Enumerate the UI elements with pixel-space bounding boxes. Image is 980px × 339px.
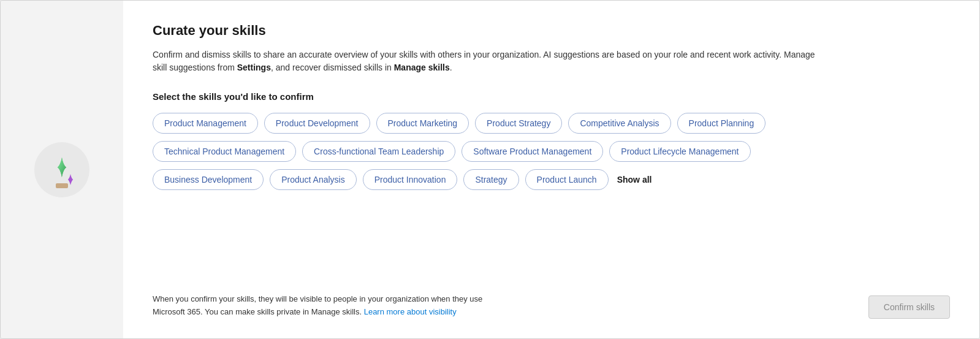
page-title: Curate your skills xyxy=(153,23,950,39)
skill-tag-strategy[interactable]: Strategy xyxy=(463,169,518,190)
card-container: Curate your skills Confirm and dismiss s… xyxy=(0,0,980,339)
footer-section: When you confirm your skills, they will … xyxy=(153,288,950,319)
skill-tag-product-development[interactable]: Product Development xyxy=(264,113,370,134)
sidebar xyxy=(1,1,123,338)
footer-text: When you confirm your skills, they will … xyxy=(153,293,482,319)
skill-tag-cross-functional-team-leadership[interactable]: Cross-functional Team Leadership xyxy=(302,141,455,162)
skills-grid: Product Management Product Development P… xyxy=(153,113,950,190)
description-end: . xyxy=(450,63,452,72)
footer-line1: When you confirm your skills, they will … xyxy=(153,294,482,303)
skill-tag-product-marketing[interactable]: Product Marketing xyxy=(376,113,469,134)
ai-icon xyxy=(44,151,80,188)
skills-row-1: Product Management Product Development P… xyxy=(153,113,950,134)
settings-link[interactable]: Settings xyxy=(237,63,271,72)
confirm-skills-button[interactable]: Confirm skills xyxy=(868,295,950,319)
skill-tag-product-strategy[interactable]: Product Strategy xyxy=(475,113,562,134)
learn-more-link[interactable]: Learn more about visibility xyxy=(364,307,457,316)
skill-tag-product-lifecycle-management[interactable]: Product Lifecycle Management xyxy=(609,141,750,162)
footer-line2: Microsoft 365. You can make skills priva… xyxy=(153,307,457,316)
description-part2: , and recover dismissed skills in xyxy=(271,63,394,72)
skill-tag-competitive-analysis[interactable]: Competitive Analysis xyxy=(568,113,670,134)
skill-tag-software-product-management[interactable]: Software Product Management xyxy=(462,141,603,162)
skill-tag-product-analysis[interactable]: Product Analysis xyxy=(270,169,357,190)
manage-skills-link[interactable]: Manage skills xyxy=(394,63,450,72)
skill-tag-product-management[interactable]: Product Management xyxy=(153,113,258,134)
skill-tag-product-innovation[interactable]: Product Innovation xyxy=(363,169,458,190)
skill-tag-product-planning[interactable]: Product Planning xyxy=(677,113,766,134)
skill-tag-product-launch[interactable]: Product Launch xyxy=(525,169,609,190)
main-content: Curate your skills Confirm and dismiss s… xyxy=(123,1,979,338)
skills-row-3: Business Development Product Analysis Pr… xyxy=(153,169,950,190)
description: Confirm and dismiss skills to share an a… xyxy=(153,48,827,74)
bulb-base-icon xyxy=(56,183,68,188)
show-all-button[interactable]: Show all xyxy=(615,170,655,189)
skills-section-title: Select the skills you'd like to confirm xyxy=(153,91,950,102)
ai-icon-wrapper xyxy=(34,142,89,197)
skill-tag-technical-product-management[interactable]: Technical Product Management xyxy=(153,141,296,162)
skills-row-2: Technical Product Management Cross-funct… xyxy=(153,141,950,162)
skill-tag-business-development[interactable]: Business Development xyxy=(153,169,264,190)
